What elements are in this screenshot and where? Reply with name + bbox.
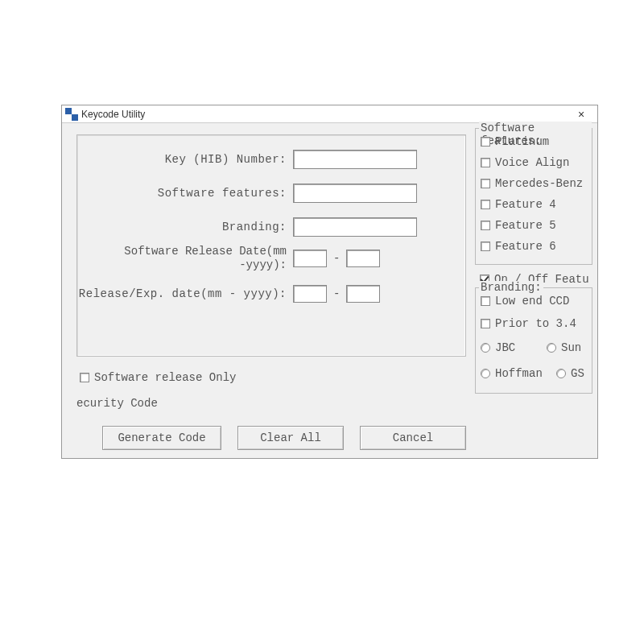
gs-radio[interactable]: GS bbox=[556, 367, 584, 380]
cancel-button[interactable]: Cancel bbox=[360, 426, 466, 450]
checkbox-icon bbox=[481, 319, 490, 328]
keycode-utility-window: Keycode Utility × Key (HIB) Number: Soft… bbox=[61, 105, 598, 459]
radio-icon bbox=[481, 343, 490, 353]
feature-mercedes-benz-checkbox[interactable]: Mercedes-Benz bbox=[481, 177, 583, 190]
release-month-input[interactable] bbox=[293, 250, 327, 267]
hoffman-radio[interactable]: Hoffman bbox=[481, 367, 543, 380]
feature-6-checkbox[interactable]: Feature 6 bbox=[481, 240, 556, 253]
feature-platinum-checkbox[interactable]: Platinum bbox=[481, 135, 549, 148]
clear-all-button[interactable]: Clear All bbox=[237, 426, 344, 450]
exp-month-input[interactable] bbox=[293, 285, 327, 303]
checkbox-icon bbox=[481, 242, 490, 251]
software-features-input[interactable] bbox=[293, 184, 417, 203]
generate-code-button[interactable]: Generate Code bbox=[102, 426, 221, 450]
software-features-label: Software features: bbox=[77, 187, 287, 200]
release-date-label: Software Release Date(mm -yyyy): bbox=[77, 245, 287, 272]
close-icon[interactable]: × bbox=[565, 105, 597, 123]
feature-4-checkbox[interactable]: Feature 4 bbox=[481, 198, 556, 211]
client-area: Key (HIB) Number: Software features: Bra… bbox=[62, 123, 597, 458]
dash-separator-2: - bbox=[333, 287, 340, 300]
checkbox-icon bbox=[80, 373, 89, 382]
branding-input[interactable] bbox=[293, 217, 417, 237]
key-number-input[interactable] bbox=[293, 150, 417, 169]
exp-date-label: Release/Exp. date(mm - yyyy): bbox=[77, 287, 287, 300]
exp-year-input[interactable] bbox=[346, 285, 380, 303]
feature-voice-align-checkbox[interactable]: Voice Align bbox=[481, 156, 569, 169]
low-end-ccd-checkbox[interactable]: Low end CCD bbox=[481, 295, 569, 308]
key-number-label: Key (HIB) Number: bbox=[77, 153, 287, 166]
checkbox-icon bbox=[481, 200, 490, 209]
sun-radio[interactable]: Sun bbox=[547, 341, 581, 354]
jbc-radio[interactable]: JBC bbox=[481, 341, 515, 354]
titlebar: Keycode Utility × bbox=[62, 105, 597, 123]
software-release-only-checkbox[interactable]: Software release Only bbox=[80, 371, 236, 384]
software-features-group: Software features: Platinum Voice Align … bbox=[475, 128, 592, 265]
prior-3-4-checkbox[interactable]: Prior to 3.4 bbox=[481, 317, 576, 330]
feature-5-checkbox[interactable]: Feature 5 bbox=[481, 219, 556, 232]
main-frame: Key (HIB) Number: Software features: Bra… bbox=[76, 134, 466, 357]
checkbox-icon bbox=[481, 221, 490, 230]
release-year-input[interactable] bbox=[346, 250, 380, 267]
branding-group: Branding: Low end CCD Prior to 3.4 JBC S… bbox=[475, 287, 592, 394]
window-title: Keycode Utility bbox=[81, 109, 565, 120]
radio-icon bbox=[556, 369, 566, 378]
branding-legend: Branding: bbox=[479, 281, 543, 294]
dash-separator: - bbox=[333, 252, 340, 265]
checkbox-icon bbox=[481, 296, 490, 306]
app-icon bbox=[65, 108, 78, 121]
checkbox-icon bbox=[481, 158, 490, 167]
security-code-label: ecurity Code bbox=[76, 397, 158, 410]
branding-label: Branding: bbox=[77, 221, 287, 233]
radio-icon bbox=[547, 343, 556, 353]
checkbox-icon bbox=[481, 179, 490, 188]
radio-icon bbox=[481, 369, 490, 378]
checkbox-icon bbox=[481, 137, 490, 147]
